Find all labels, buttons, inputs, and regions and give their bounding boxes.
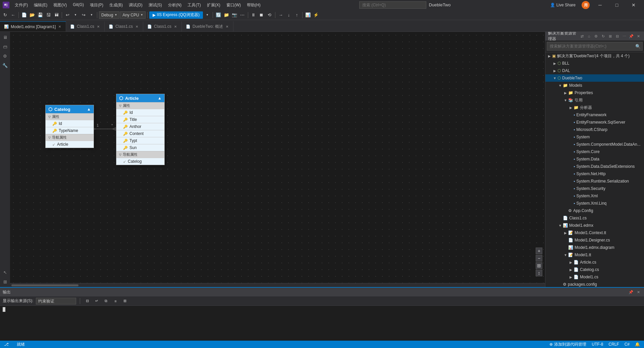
tab-close-3[interactable]: ✕ xyxy=(173,24,177,29)
status-add-source[interactable]: ⊕ 添加到源代码管理 xyxy=(548,341,588,348)
close-button[interactable]: ✕ xyxy=(626,0,641,10)
tree-item-1[interactable]: ▶⬡BLL xyxy=(545,60,644,67)
tree-item-12[interactable]: ▪System.ComponentModel.DataAn... xyxy=(545,141,644,148)
back-btn[interactable]: ← xyxy=(9,11,17,19)
tree-item-6[interactable]: ▼📚引用 xyxy=(545,96,644,104)
tree-item-15[interactable]: ▪System.Data.DataSetExtensions xyxy=(545,163,644,170)
tree-item-8[interactable]: ▪EntityFramework xyxy=(545,111,644,119)
output-source-dropdown[interactable]: 约束验证 xyxy=(36,298,76,304)
tree-arrow-23[interactable]: ▼ xyxy=(557,224,563,227)
article-prop-sun[interactable]: 🔑 Sun xyxy=(116,144,164,151)
tree-arrow-4[interactable]: ▼ xyxy=(557,84,563,87)
tree-item-25[interactable]: 📄Model1.Designer.cs xyxy=(545,236,644,244)
tree-item-16[interactable]: ▪System.Net.Http xyxy=(545,170,644,178)
article-prop-content[interactable]: 🔑 Content xyxy=(116,130,164,137)
refresh-btn[interactable]: ↻ xyxy=(1,11,9,19)
status-lang[interactable]: C# xyxy=(623,341,631,348)
minimize-button[interactable]: ─ xyxy=(592,0,608,10)
tree-item-31[interactable]: ⚙packages.config xyxy=(545,281,644,287)
status-notifications[interactable]: 🔔 xyxy=(634,341,641,348)
redo-btn[interactable]: ↪ xyxy=(80,11,87,19)
menu-view[interactable]: 视图(V) xyxy=(51,2,69,9)
tree-item-10[interactable]: ▪Microsoft.CSharp xyxy=(545,126,644,133)
catelog-collapse-icon[interactable]: ▲ xyxy=(87,107,91,112)
output-copy-btn[interactable]: ⧉ xyxy=(103,298,109,304)
tab-class1-3[interactable]: 📄 Class1.cs ✕ xyxy=(143,21,182,31)
sidebar-cursor-btn[interactable]: ↖ xyxy=(1,268,9,276)
tree-item-4[interactable]: ▼📁Models xyxy=(545,82,644,89)
se-more-btn[interactable]: ⋯ xyxy=(621,33,627,39)
menu-build[interactable]: 生成(B) xyxy=(107,2,125,9)
se-sync-btn[interactable]: ⇄ xyxy=(579,33,585,39)
catelog-prop-arrow[interactable]: ▽ xyxy=(48,115,51,119)
tree-item-7[interactable]: ▶📁分析器 xyxy=(545,104,644,111)
tree-item-21[interactable]: ⚙App.Config xyxy=(545,207,644,214)
zoom-in-btn[interactable]: + xyxy=(536,248,542,254)
tree-arrow-27[interactable]: ▼ xyxy=(563,253,568,257)
global-search-input[interactable] xyxy=(359,1,426,9)
tree-arrow-1[interactable]: ▶ xyxy=(552,62,557,65)
menu-git[interactable]: Git(G) xyxy=(70,2,87,9)
tab-duebletwo-overview[interactable]: 📄 DuebleTwo: 概述 ✕ xyxy=(182,21,233,31)
menu-project[interactable]: 项目(P) xyxy=(87,2,106,9)
menu-analyze[interactable]: 分析(N) xyxy=(165,2,184,9)
more-btn[interactable]: ⋯ xyxy=(239,11,246,19)
se-collapse-btn[interactable]: ⊟ xyxy=(614,33,620,39)
status-encoding[interactable]: UTF-8 xyxy=(590,341,604,348)
tab-class1-2[interactable]: 📄 Class1.cs ✕ xyxy=(105,21,143,31)
tab-model1-edmx[interactable]: 📊 Model1.edmx [Diagram1] ✕ xyxy=(0,21,66,31)
tree-arrow-24[interactable]: ▶ xyxy=(563,231,568,235)
tree-item-9[interactable]: ▪EntityFramework.SqlServer xyxy=(545,119,644,126)
extra1-btn[interactable]: ⚡ xyxy=(312,11,320,19)
status-git-icon[interactable]: ⎇ xyxy=(3,341,10,348)
new-btn[interactable]: 📄 xyxy=(20,11,28,19)
article-nav-arrow[interactable]: ▽ xyxy=(119,153,121,156)
tree-arrow-0[interactable]: ▶ xyxy=(547,54,552,58)
article-prop-title[interactable]: 🔑 Title xyxy=(116,116,164,123)
tree-arrow-6[interactable]: ▼ xyxy=(563,98,568,102)
tree-item-2[interactable]: ▶⬡DAL xyxy=(545,67,644,74)
run-config-btn[interactable]: ▼ xyxy=(204,11,211,19)
status-ready[interactable]: 就绪 xyxy=(15,341,26,348)
sidebar-tools-btn[interactable]: 🔧 xyxy=(1,61,9,69)
se-pin-btn[interactable]: 📌 xyxy=(628,33,634,39)
se-refresh-btn[interactable]: ↻ xyxy=(600,33,606,39)
se-close-btn[interactable]: ✕ xyxy=(635,33,641,39)
tree-arrow-5[interactable]: ▶ xyxy=(563,91,568,95)
platform-dropdown[interactable]: Any CPU ▼ xyxy=(120,11,145,19)
se-home-btn[interactable]: ⌂ xyxy=(586,33,592,39)
tree-item-27[interactable]: ▼📝Model1.tt xyxy=(545,251,644,259)
tree-item-14[interactable]: ▪System.Data xyxy=(545,155,644,163)
zoom-fit-btn[interactable]: ⊞ xyxy=(536,262,542,269)
menu-test[interactable]: 测试(S) xyxy=(146,2,165,9)
menu-extensions[interactable]: 扩展(X) xyxy=(204,2,223,9)
catelog-nav-article[interactable]: ↙ Article xyxy=(46,141,94,148)
tree-item-29[interactable]: ▶📄Catelog.cs xyxy=(545,266,644,273)
sidebar-server-btn[interactable]: 🖥 xyxy=(1,33,9,41)
tree-item-26[interactable]: 📊Model1.edmx.diagram xyxy=(545,244,644,251)
tree-item-3[interactable]: ▼⬡DuebleTwo xyxy=(545,74,644,82)
debug-config-dropdown[interactable]: Debug ▼ xyxy=(99,11,119,19)
tree-item-28[interactable]: ▶📄Article.cs xyxy=(545,259,644,266)
article-prop-arrow[interactable]: ▽ xyxy=(119,104,121,108)
undo-dropdown[interactable]: ▼ xyxy=(72,11,79,19)
article-prop-anthor[interactable]: 🔑 Anthor xyxy=(116,123,164,130)
menu-tools[interactable]: 工具(T) xyxy=(185,2,203,9)
tab-close-1[interactable]: ✕ xyxy=(96,24,100,29)
tree-item-22[interactable]: 📄Class1.cs xyxy=(545,214,644,222)
user-avatar[interactable]: 用 xyxy=(582,1,590,9)
pause-btn[interactable]: ⏸ xyxy=(250,11,257,19)
zoom-out-btn[interactable]: − xyxy=(536,255,542,262)
output-expand-btn[interactable]: ⊞ xyxy=(121,298,128,304)
screenshot-btn[interactable]: 📷 xyxy=(231,11,238,19)
article-entity[interactable]: ⬡ Article ▲ ▽ 属性 🔑 Id 🔑 Title xyxy=(116,94,165,165)
catelog-prop-id[interactable]: 🔑 Id xyxy=(46,120,94,127)
stop-btn[interactable]: ⏹ xyxy=(258,11,265,19)
undo-btn[interactable]: ↩ xyxy=(64,11,71,19)
tree-item-30[interactable]: ▶📄Model1.cs xyxy=(545,273,644,281)
se-filter-btn[interactable]: ⚙ xyxy=(593,33,599,39)
step-in-btn[interactable]: ↓ xyxy=(285,11,292,19)
tree-item-13[interactable]: ▪System.Core xyxy=(545,148,644,155)
diagram-canvas[interactable]: 1 * ⬡ Catelog ▲ ▽ 属性 xyxy=(10,32,545,283)
catelog-nav-arrow[interactable]: ▽ xyxy=(48,136,51,139)
